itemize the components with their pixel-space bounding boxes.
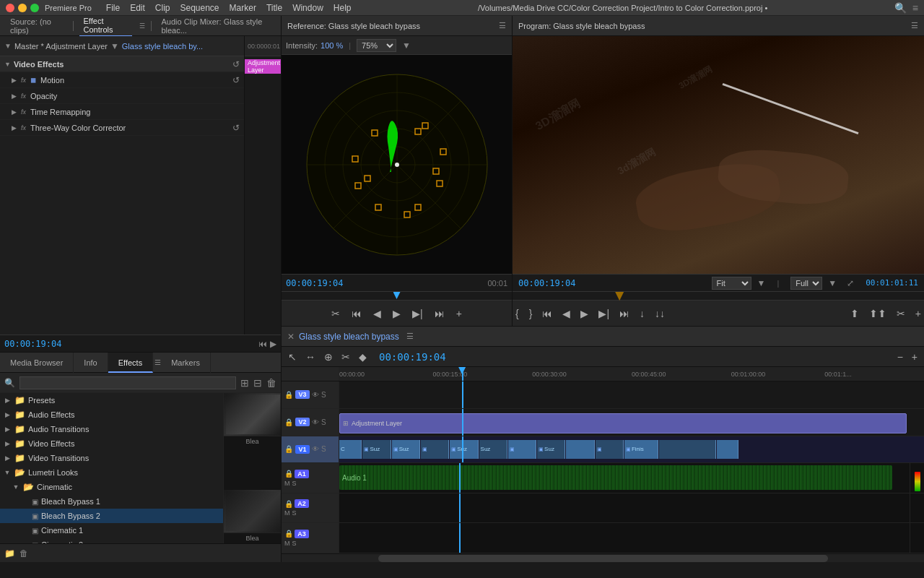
video-effects-expand-icon[interactable]: ▶ [3,440,12,447]
clip-end1[interactable] [659,440,716,459]
ref-ffwd-btn[interactable]: ⏭ [432,306,448,321]
cinematic-expand-icon[interactable]: ▼ [12,483,20,491]
tree-item-audio-effects[interactable]: ▶ 📁 Audio Effects [0,407,223,422]
effect-controls-menu-icon[interactable]: ☰ [139,22,145,30]
menu-marker[interactable]: Marker [230,3,256,13]
clip-suz6[interactable]: ▣Suz [537,440,565,459]
a3-m-btn[interactable]: M [284,540,290,547]
a2-m-btn[interactable]: M [284,509,290,517]
tree-item-video-transitions[interactable]: ▶ 📁 Video Transitions [0,451,223,465]
menu-clip[interactable]: Clip [155,3,170,13]
tl-razor-tool[interactable]: ✂ [339,350,352,364]
a1-m-btn[interactable]: M [284,480,290,487]
timeline-scroll-thumb[interactable] [378,555,828,562]
tl-selection-tool[interactable]: ↖ [286,350,299,364]
clip-blank2[interactable] [566,440,594,459]
quality-select[interactable]: Full 1/2 1/4 [790,277,822,290]
prog-step-back-btn[interactable]: ◀ [559,306,573,321]
video-transitions-expand-icon[interactable]: ▶ [3,454,12,462]
a3-s-btn[interactable]: S [292,540,297,547]
ec-btn-2[interactable]: ▶ [270,339,276,349]
ref-clip-mode-btn[interactable]: ✂ [328,306,343,321]
tree-item-cinematic-1[interactable]: ▣ Cinematic 1 [0,523,223,538]
v1-lock-icon[interactable]: 🔒 [284,445,293,453]
tab-info[interactable]: Info [74,353,108,373]
clip-blank1[interactable]: ▣ [508,440,536,459]
folder-icon[interactable]: 📁 [4,548,15,558]
master-expand-arrow[interactable]: ▼ [4,42,12,50]
menu-title[interactable]: Title [266,3,282,13]
prog-trim-btn[interactable]: ✂ [894,306,908,321]
ec-btn-1[interactable]: ⏮ [258,339,267,349]
master-dropdown-icon[interactable]: ▼ [110,41,119,51]
master-clip-label[interactable]: Glass style bleach by... [122,42,203,51]
prog-extract-btn[interactable]: ⬆⬆ [866,306,889,321]
motion-reset-btn[interactable]: ↺ [232,75,240,85]
prog-expand-btn[interactable]: + [912,306,924,321]
v3-sync-icon[interactable]: S [321,391,326,399]
tab-media-browser[interactable]: Media Browser [0,353,74,373]
ref-add-btn[interactable]: + [453,306,465,321]
prog-out-btn[interactable]: } [526,306,536,321]
prog-rewind-btn[interactable]: ⏮ [539,306,555,321]
menu-bar[interactable]: File Edit Clip Sequence Marker Title Win… [106,3,352,13]
clip-finis2[interactable]: ▣Finis [624,440,658,459]
v1-sync-icon[interactable]: S [321,445,326,453]
clip-suz3[interactable]: ▣ [421,440,449,459]
three-way-expand-icon[interactable]: ▶ [12,124,17,131]
timeline-ruler[interactable]: 00:00:00 00:00:15:00 00:00:30:00 00:00:4… [282,367,924,381]
window-controls[interactable] [6,4,39,12]
tree-item-audio-transitions[interactable]: ▶ 📁 Audio Transitions [0,422,223,436]
menu-sequence[interactable]: Sequence [180,3,219,13]
tree-item-video-effects[interactable]: ▶ 📁 Video Effects [0,436,223,451]
clip-c[interactable]: C [339,440,362,459]
effect-controls-tab[interactable]: Effect Controls [79,15,132,37]
opacity-expand-icon[interactable]: ▶ [12,92,17,100]
tl-zoom-out-btn[interactable]: − [895,350,905,364]
timeline-menu-btn[interactable]: ☰ [406,332,414,341]
v2-sync-icon[interactable]: S [321,418,326,426]
tree-item-cinematic[interactable]: ▼ 📂 Cinematic [0,480,223,494]
ref-step-fwd-btn[interactable]: ▶| [409,306,426,321]
tree-item-bleach-bypass-1[interactable]: ▣ Bleach Bypass 1 [0,494,223,509]
new-folder-icon[interactable]: ⊟ [253,377,262,389]
prog-play-btn[interactable]: ▶ [578,306,591,321]
program-scrubber[interactable] [513,291,924,300]
zoom-dropdown-icon[interactable]: ▼ [402,40,411,51]
a3-lock-icon[interactable]: 🔒 [284,530,293,538]
a1-lock-icon[interactable]: 🔒 [284,470,293,478]
clip-suz5[interactable]: Suz [479,440,507,459]
close-button[interactable] [6,4,14,12]
tl-marker-tool[interactable]: ◆ [357,350,369,364]
opacity-effect-row[interactable]: ▶ fx Opacity [0,88,244,104]
time-remapping-effect-row[interactable]: ▶ fx Time Remapping [0,104,244,120]
minimize-button[interactable] [18,4,27,12]
tl-ripple-tool[interactable]: ↔ [303,350,318,364]
effects-tab-menu-icon[interactable]: ☰ [154,358,161,366]
adjustment-layer-clip-v2[interactable]: ⊞ Adjustment Layer [339,413,907,434]
menu-edit[interactable]: Edit [130,3,145,13]
a1-s-btn[interactable]: S [292,480,297,487]
audio-effects-expand-icon[interactable]: ▶ [3,411,12,418]
prog-step-fwd-btn[interactable]: ▶| [596,306,612,321]
timeline-scrollbar[interactable] [282,553,924,562]
audio-transitions-expand-icon[interactable]: ▶ [3,426,12,433]
program-monitor-menu-icon[interactable]: ☰ [911,21,918,30]
ref-play-btn[interactable]: ▶ [390,306,404,321]
maximize-button[interactable] [30,4,39,12]
tab-effects[interactable]: Effects [108,353,153,373]
motion-expand-icon[interactable]: ▶ [12,77,17,84]
prog-ffwd-btn[interactable]: ⏭ [616,306,632,321]
prog-in-btn[interactable]: { [513,306,522,321]
ref-step-back-btn[interactable]: ◀ [370,306,384,321]
source-tab[interactable]: Source: (no clips) [6,16,67,36]
delete-icon[interactable]: 🗑 [266,377,276,389]
reference-monitor-menu-icon[interactable]: ☰ [499,21,506,30]
prog-insert-btn[interactable]: ↓ [637,306,648,321]
three-way-color-corrector-row[interactable]: ▶ fx Three-Way Color Corrector ↺ [0,120,244,136]
time-remapping-expand-icon[interactable]: ▶ [12,108,17,116]
ref-rewind-btn[interactable]: ⏮ [349,306,365,321]
menu-help[interactable]: Help [334,3,352,13]
v2-eye-icon[interactable]: 👁 [312,418,319,426]
a2-lock-icon[interactable]: 🔒 [284,500,293,508]
